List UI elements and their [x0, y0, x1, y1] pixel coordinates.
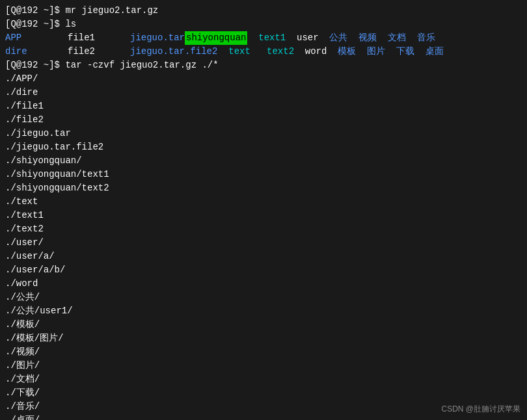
- ls-APP: APP: [5, 31, 68, 45]
- ls-zhuomian1: 桌面: [414, 45, 444, 59]
- ls-row-1: APP file1 jieguo.tar shiyongquan text1 u…: [5, 31, 522, 45]
- ls-yinyue1: 音乐: [406, 31, 435, 45]
- ls-file2-1: file2: [68, 45, 130, 59]
- path-shiyongquan-text1: ./shiyongquan/text1: [5, 168, 522, 181]
- prompt-1: [Q@192 ~]$ ls: [5, 18, 76, 31]
- ls-tupian1: 图片: [356, 45, 385, 59]
- ls-row-2: dire file2 jieguo.tar.file2 text text2 w…: [5, 45, 522, 59]
- path-shipin: ./视频/: [5, 345, 522, 359]
- ls-jieguo-tar-file2: jieguo.tar.file2: [130, 45, 228, 59]
- tar-cmd: [Q@192 ~]$ tar -czvf jieguo2.tar.gz ./*: [5, 59, 219, 72]
- path-shiyongquan-text2: ./shiyongquan/text2: [5, 181, 522, 195]
- prompt-line-1: [Q@192 ~]$ ls: [5, 18, 522, 31]
- ls-text-1: text: [228, 45, 250, 59]
- ls-wendang1: 文档: [377, 31, 406, 45]
- path-tupian: ./图片/: [5, 359, 522, 373]
- path-shiyongquan: ./shiyongquan/: [5, 154, 522, 168]
- watermark: CSDN @肚腩讨厌苹果: [441, 404, 520, 415]
- path-jieguo-tar: ./jieguo.tar: [5, 127, 522, 140]
- path-moban: ./模板/: [5, 318, 522, 332]
- path-user: ./user/: [5, 236, 522, 250]
- path-moban-tupian: ./模板/图片/: [5, 332, 522, 345]
- path-user-a-b: ./user/a/b/: [5, 263, 522, 277]
- path-file2: ./file2: [5, 113, 522, 127]
- ls-jieguo-tar: jieguo.tar: [130, 31, 185, 45]
- ls-shipin1: 视频: [347, 31, 377, 45]
- path-xiazai: ./下载/: [5, 386, 522, 400]
- path-app: ./APP/: [5, 72, 522, 86]
- path-text2: ./text2: [5, 222, 522, 236]
- ls-shiyongquan: shiyongquan: [185, 31, 247, 45]
- ls-dire: dire: [5, 45, 68, 59]
- path-dire: ./dire: [5, 86, 522, 99]
- ls-word-1: word: [294, 45, 327, 59]
- path-jieguo-tar-file2: ./jieguo.tar.file2: [5, 140, 522, 154]
- ls-gonggong1: 公共: [319, 31, 348, 45]
- ls-file1: file1: [68, 31, 130, 45]
- path-wendang: ./文档/: [5, 373, 522, 386]
- prev-text: [Q@192 ~]$ mr jieguo2.tar.gz: [5, 4, 158, 18]
- ls-text2-1: text2: [250, 45, 294, 59]
- ls-user: user: [286, 31, 318, 45]
- terminal: [Q@192 ~]$ mr jieguo2.tar.gz [Q@192 ~]$ …: [0, 0, 527, 420]
- line-prev: [Q@192 ~]$ mr jieguo2.tar.gz: [5, 4, 522, 18]
- path-user-a: ./user/a/: [5, 250, 522, 263]
- ls-text1: text1: [247, 31, 286, 45]
- path-text1: ./text1: [5, 209, 522, 222]
- path-word: ./word: [5, 277, 522, 291]
- ls-moban1: 模板: [327, 45, 356, 59]
- path-gonggong: ./公共/: [5, 291, 522, 304]
- ls-xiazai1: 下载: [385, 45, 414, 59]
- tar-cmd-line: [Q@192 ~]$ tar -czvf jieguo2.tar.gz ./*: [5, 59, 522, 72]
- path-gonggong-user1: ./公共/user1/: [5, 304, 522, 318]
- path-file1: ./file1: [5, 99, 522, 113]
- path-text: ./text: [5, 195, 522, 209]
